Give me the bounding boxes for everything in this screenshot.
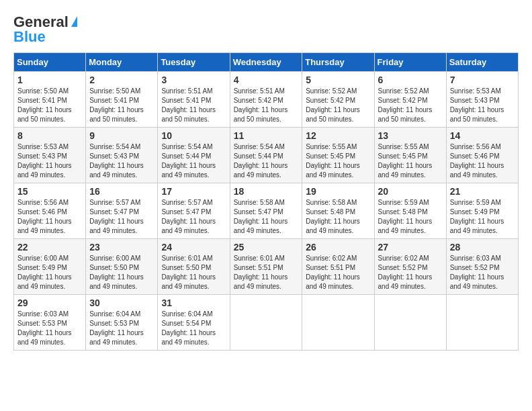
calendar-cell: 1 Sunrise: 5:50 AM Sunset: 5:41 PM Dayli…	[14, 72, 86, 128]
day-number: 23	[89, 242, 154, 253]
weekday-header-tuesday: Tuesday	[158, 53, 230, 72]
calendar-cell: 4 Sunrise: 5:51 AM Sunset: 5:42 PM Dayli…	[230, 72, 302, 128]
calendar-week-3: 15 Sunrise: 5:56 AM Sunset: 5:46 PM Dayl…	[14, 183, 519, 239]
day-number: 17	[161, 186, 226, 197]
day-info: Sunrise: 5:51 AM Sunset: 5:42 PM Dayligh…	[234, 87, 299, 124]
day-number: 16	[89, 186, 154, 197]
day-info: Sunrise: 6:03 AM Sunset: 5:53 PM Dayligh…	[17, 310, 82, 347]
calendar-cell: 24 Sunrise: 6:01 AM Sunset: 5:50 PM Dayl…	[158, 239, 230, 295]
day-number: 9	[89, 130, 154, 141]
day-info: Sunrise: 5:53 AM Sunset: 5:43 PM Dayligh…	[450, 87, 515, 124]
calendar-cell: 8 Sunrise: 5:53 AM Sunset: 5:43 PM Dayli…	[14, 128, 86, 183]
calendar-table: SundayMondayTuesdayWednesdayThursdayFrid…	[13, 52, 519, 351]
day-number: 27	[378, 242, 443, 253]
calendar-cell: 22 Sunrise: 6:00 AM Sunset: 5:49 PM Dayl…	[14, 239, 86, 295]
logo-triangle-icon	[71, 16, 77, 27]
day-info: Sunrise: 6:02 AM Sunset: 5:51 PM Dayligh…	[306, 254, 370, 291]
day-number: 2	[89, 75, 154, 85]
day-number: 11	[234, 130, 299, 141]
day-number: 10	[161, 130, 226, 141]
calendar-cell	[374, 295, 446, 351]
weekday-header-monday: Monday	[86, 53, 158, 72]
day-info: Sunrise: 6:00 AM Sunset: 5:50 PM Dayligh…	[89, 254, 154, 291]
calendar-cell	[302, 295, 374, 351]
day-info: Sunrise: 5:59 AM Sunset: 5:48 PM Dayligh…	[378, 198, 443, 236]
day-info: Sunrise: 5:56 AM Sunset: 5:46 PM Dayligh…	[17, 198, 82, 236]
calendar-cell: 7 Sunrise: 5:53 AM Sunset: 5:43 PM Dayli…	[446, 72, 518, 128]
day-number: 8	[17, 130, 82, 141]
day-info: Sunrise: 6:04 AM Sunset: 5:53 PM Dayligh…	[89, 310, 154, 347]
calendar-cell: 3 Sunrise: 5:51 AM Sunset: 5:41 PM Dayli…	[158, 72, 230, 128]
day-info: Sunrise: 5:58 AM Sunset: 5:48 PM Dayligh…	[306, 198, 370, 236]
day-info: Sunrise: 5:53 AM Sunset: 5:43 PM Dayligh…	[17, 142, 82, 180]
calendar-week-5: 29 Sunrise: 6:03 AM Sunset: 5:53 PM Dayl…	[14, 295, 519, 351]
day-info: Sunrise: 6:02 AM Sunset: 5:52 PM Dayligh…	[378, 254, 443, 291]
calendar-cell	[446, 295, 518, 351]
day-info: Sunrise: 5:59 AM Sunset: 5:49 PM Dayligh…	[450, 198, 515, 236]
day-number: 13	[378, 130, 443, 141]
day-info: Sunrise: 5:52 AM Sunset: 5:42 PM Dayligh…	[378, 87, 443, 124]
day-number: 3	[161, 75, 226, 85]
day-number: 15	[17, 186, 82, 197]
day-number: 30	[89, 298, 154, 308]
calendar-cell: 12 Sunrise: 5:55 AM Sunset: 5:45 PM Dayl…	[302, 128, 374, 183]
calendar-cell: 10 Sunrise: 5:54 AM Sunset: 5:44 PM Dayl…	[158, 128, 230, 183]
calendar-header-row: SundayMondayTuesdayWednesdayThursdayFrid…	[14, 53, 519, 72]
day-number: 14	[450, 130, 515, 141]
day-number: 6	[378, 75, 443, 85]
day-info: Sunrise: 6:01 AM Sunset: 5:51 PM Dayligh…	[234, 254, 299, 291]
calendar-cell: 21 Sunrise: 5:59 AM Sunset: 5:49 PM Dayl…	[446, 183, 518, 239]
calendar-cell: 26 Sunrise: 6:02 AM Sunset: 5:51 PM Dayl…	[302, 239, 374, 295]
calendar-cell: 28 Sunrise: 6:03 AM Sunset: 5:52 PM Dayl…	[446, 239, 518, 295]
day-info: Sunrise: 6:03 AM Sunset: 5:52 PM Dayligh…	[450, 254, 515, 291]
day-info: Sunrise: 5:50 AM Sunset: 5:41 PM Dayligh…	[17, 87, 82, 124]
calendar-cell: 2 Sunrise: 5:50 AM Sunset: 5:41 PM Dayli…	[86, 72, 158, 128]
calendar-cell: 30 Sunrise: 6:04 AM Sunset: 5:53 PM Dayl…	[86, 295, 158, 351]
weekday-header-sunday: Sunday	[14, 53, 86, 72]
calendar-cell: 11 Sunrise: 5:54 AM Sunset: 5:44 PM Dayl…	[230, 128, 302, 183]
day-number: 21	[450, 186, 515, 197]
day-number: 25	[234, 242, 299, 253]
day-info: Sunrise: 6:04 AM Sunset: 5:54 PM Dayligh…	[161, 310, 226, 347]
day-info: Sunrise: 5:57 AM Sunset: 5:47 PM Dayligh…	[89, 198, 154, 236]
day-number: 31	[161, 298, 226, 308]
day-number: 19	[306, 186, 370, 197]
calendar-week-2: 8 Sunrise: 5:53 AM Sunset: 5:43 PM Dayli…	[14, 128, 519, 183]
calendar-cell: 19 Sunrise: 5:58 AM Sunset: 5:48 PM Dayl…	[302, 183, 374, 239]
day-info: Sunrise: 5:52 AM Sunset: 5:42 PM Dayligh…	[306, 87, 370, 124]
calendar-cell: 9 Sunrise: 5:54 AM Sunset: 5:43 PM Dayli…	[86, 128, 158, 183]
calendar-week-4: 22 Sunrise: 6:00 AM Sunset: 5:49 PM Dayl…	[14, 239, 519, 295]
weekday-header-friday: Friday	[374, 53, 446, 72]
weekday-header-saturday: Saturday	[446, 53, 518, 72]
day-info: Sunrise: 5:55 AM Sunset: 5:45 PM Dayligh…	[306, 142, 370, 180]
weekday-header-thursday: Thursday	[302, 53, 374, 72]
day-number: 1	[17, 75, 82, 85]
calendar-cell: 20 Sunrise: 5:59 AM Sunset: 5:48 PM Dayl…	[374, 183, 446, 239]
calendar-cell: 5 Sunrise: 5:52 AM Sunset: 5:42 PM Dayli…	[302, 72, 374, 128]
calendar-cell: 27 Sunrise: 6:02 AM Sunset: 5:52 PM Dayl…	[374, 239, 446, 295]
calendar-cell: 18 Sunrise: 5:58 AM Sunset: 5:47 PM Dayl…	[230, 183, 302, 239]
calendar-cell: 29 Sunrise: 6:03 AM Sunset: 5:53 PM Dayl…	[14, 295, 86, 351]
weekday-header-wednesday: Wednesday	[230, 53, 302, 72]
day-number: 7	[450, 75, 515, 85]
day-info: Sunrise: 5:56 AM Sunset: 5:46 PM Dayligh…	[450, 142, 515, 180]
day-number: 22	[17, 242, 82, 253]
day-info: Sunrise: 6:00 AM Sunset: 5:49 PM Dayligh…	[17, 254, 82, 291]
calendar-cell: 31 Sunrise: 6:04 AM Sunset: 5:54 PM Dayl…	[158, 295, 230, 351]
logo: General Blue	[13, 13, 77, 46]
calendar-cell: 16 Sunrise: 5:57 AM Sunset: 5:47 PM Dayl…	[86, 183, 158, 239]
calendar-cell: 17 Sunrise: 5:57 AM Sunset: 5:47 PM Dayl…	[158, 183, 230, 239]
day-info: Sunrise: 5:58 AM Sunset: 5:47 PM Dayligh…	[234, 198, 299, 236]
day-info: Sunrise: 5:57 AM Sunset: 5:47 PM Dayligh…	[161, 198, 226, 236]
day-number: 12	[306, 130, 370, 141]
calendar-cell: 13 Sunrise: 5:55 AM Sunset: 5:45 PM Dayl…	[374, 128, 446, 183]
logo-blue-text: Blue	[13, 28, 46, 46]
calendar-cell: 15 Sunrise: 5:56 AM Sunset: 5:46 PM Dayl…	[14, 183, 86, 239]
day-number: 4	[234, 75, 299, 85]
day-info: Sunrise: 5:54 AM Sunset: 5:44 PM Dayligh…	[234, 142, 299, 180]
day-number: 18	[234, 186, 299, 197]
day-number: 20	[378, 186, 443, 197]
day-number: 29	[17, 298, 82, 308]
calendar-cell	[230, 295, 302, 351]
day-info: Sunrise: 6:01 AM Sunset: 5:50 PM Dayligh…	[161, 254, 226, 291]
